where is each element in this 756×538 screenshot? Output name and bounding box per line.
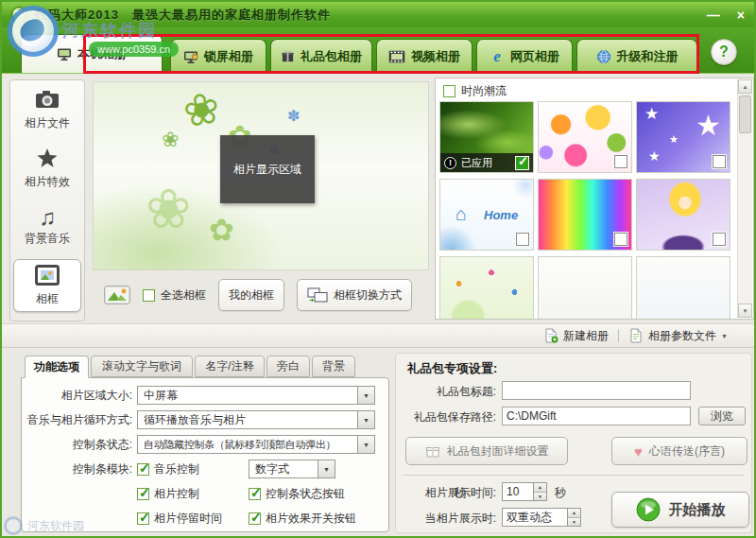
album-toolbar: 新建相册 相册参数文件 ▼: [2, 323, 754, 348]
star-effect-icon: [36, 148, 59, 171]
flower-decoration-icon: ❀: [146, 182, 192, 236]
tab-label: 网页相册: [510, 48, 559, 65]
category-checkbox[interactable]: [443, 85, 455, 97]
heart-message-button[interactable]: ♥ 心语传送(序言): [611, 437, 747, 465]
thumbnail-home-sketch[interactable]: ⌂ Home: [439, 179, 534, 251]
minimize-button[interactable]: —: [707, 9, 720, 22]
sidebar-item-label: 背景音乐: [25, 231, 70, 247]
tab-background[interactable]: 背景: [312, 356, 355, 377]
gift-path-input[interactable]: [502, 407, 691, 425]
thumbnail-stars[interactable]: [636, 101, 730, 173]
category-label: 时尚潮流: [461, 83, 507, 99]
select-all-frames-checkbox[interactable]: [143, 289, 155, 302]
gift-settings-panel: 礼品包专项设置: 礼品包标题: 礼品包保存路径: 浏览 礼品包封面详细设置 ♥ …: [395, 353, 752, 533]
star-icon: [648, 149, 661, 163]
thumbnail-green-leaves[interactable]: 已应用: [439, 101, 534, 173]
gift-title-input[interactable]: [502, 381, 691, 400]
sidebar-item-photo-effects[interactable]: 相片特效: [10, 139, 84, 198]
tab-narration[interactable]: 旁白: [266, 356, 310, 377]
tab-lockscreen-album[interactable]: 锁屏相册: [170, 39, 266, 73]
music-note-icon: ♫: [39, 207, 56, 228]
control-bar-state-button-checkbox[interactable]: [249, 488, 261, 500]
window-title: 数码大师2013 最强大最易用的家庭相册制作软件: [35, 7, 331, 24]
tab-web-album[interactable]: 网页相册: [476, 39, 573, 73]
music-control-checkbox[interactable]: [137, 463, 149, 476]
my-frames-button[interactable]: 我的相框: [218, 279, 284, 311]
thumbnail-rainbow-stripes[interactable]: [538, 179, 632, 251]
gift-cover-settings-button[interactable]: 礼品包封面详细设置: [405, 437, 568, 465]
thumbnail-checkbox[interactable]: [614, 155, 627, 168]
photo-control-checkbox[interactable]: [137, 488, 149, 500]
thumbnail-girl[interactable]: [636, 179, 730, 251]
gift-title-label: 礼品包标题:: [396, 384, 496, 400]
sidebar-item-photo-files[interactable]: 相片文件: [10, 80, 84, 139]
thumbnail-checkbox[interactable]: [614, 233, 627, 246]
thumbnail-checkbox[interactable]: [713, 233, 726, 246]
thumbnail-light-blue[interactable]: [636, 256, 730, 320]
close-button[interactable]: ×: [737, 9, 745, 22]
frame-icon: [35, 265, 60, 288]
scrollbar-thumb[interactable]: [739, 95, 751, 133]
photo-effect-switch-checkbox[interactable]: [249, 512, 261, 525]
frame-switch-mode-button[interactable]: 相框切换方式: [297, 279, 412, 311]
sidebar-item-label: 相片文件: [25, 115, 70, 131]
tab-label: 升级和注册: [617, 48, 679, 65]
select-all-frames-label: 全选相框: [161, 287, 206, 304]
web-e-icon: [490, 49, 505, 64]
seconds-label: 秒: [555, 485, 566, 501]
heart-icon: ♥: [634, 444, 643, 459]
photo-stay-time-checkbox[interactable]: [137, 512, 149, 525]
help-button[interactable]: ?: [711, 39, 737, 65]
film-icon: [388, 50, 405, 63]
album-params-button[interactable]: 相册参数文件 ▼: [628, 328, 728, 344]
digital-style-select[interactable]: 数字式: [249, 460, 335, 478]
applied-checkbox[interactable]: [515, 156, 529, 170]
thumbnail-light[interactable]: [538, 256, 632, 320]
chevron-down-icon: ▼: [721, 333, 728, 339]
tab-label: 本机相册: [77, 45, 127, 62]
music-photo-loop-select[interactable]: 循环播放音乐与相片: [137, 410, 375, 429]
tab-scrolling-text-lyrics[interactable]: 滚动文字与歌词: [91, 356, 193, 377]
star-icon: [669, 134, 679, 145]
titlebar: 数码大师2013 最强大最易用的家庭相册制作软件 — ×: [2, 2, 754, 27]
display-mode-spinner[interactable]: 双重动态: [502, 508, 581, 527]
thumbnail-color-bokeh[interactable]: [538, 101, 632, 173]
image-icon: [104, 286, 130, 304]
frames-gallery-panel: 时尚潮流 已应用 ⌂ Home: [435, 78, 754, 320]
toolbar-divider: [618, 329, 619, 342]
tab-label: 视频相册: [411, 48, 460, 65]
start-playback-button[interactable]: 开始播放: [611, 492, 749, 528]
home-label: Home: [484, 208, 518, 222]
applied-badge: 已应用: [440, 153, 533, 172]
spin-down-icon[interactable]: [568, 517, 580, 527]
tab-name-annotation[interactable]: 名字/注释: [195, 356, 265, 377]
flower-decoration-icon: ✿: [209, 215, 234, 245]
thumbnail-checkbox[interactable]: [516, 233, 529, 246]
tab-video-album[interactable]: 视频相册: [376, 39, 472, 73]
thumbnail-checkbox[interactable]: [713, 155, 726, 168]
photo-area-size-select[interactable]: 中屏幕: [137, 386, 375, 405]
spinner-arrows[interactable]: [567, 509, 580, 526]
tab-upgrade-register[interactable]: 升级和注册: [576, 39, 697, 73]
app-logo-icon: [11, 7, 27, 23]
tab-function-options[interactable]: 功能选项: [25, 356, 89, 378]
scroll-down-icon[interactable]: [738, 304, 752, 318]
gift-settings-header: 礼品包专项设置:: [407, 360, 497, 377]
tab-giftpack-album[interactable]: 礼品包相册: [270, 39, 372, 73]
spin-up-icon[interactable]: [568, 509, 580, 517]
gift-icon: [281, 49, 295, 63]
gift-box-icon: [425, 443, 440, 459]
function-options-panel: 相片区域大小: 中屏幕 音乐与相片循环方式: 循环播放音乐与相片 控制条状态: …: [21, 377, 389, 532]
control-bar-state-select[interactable]: 自动隐藏控制条（鼠标移到顶部自动弹出）: [137, 435, 375, 454]
frames-scrollbar[interactable]: [737, 79, 752, 318]
thumbnail-green-dots[interactable]: [439, 256, 534, 320]
sidebar: 相片文件 相片特效 ♫ 背景音乐 相框: [9, 79, 85, 321]
browse-button[interactable]: 浏览: [698, 407, 746, 425]
sidebar-item-background-music[interactable]: ♫ 背景音乐: [10, 198, 84, 256]
scroll-up-icon[interactable]: [738, 79, 752, 94]
tab-local-album[interactable]: 本机相册: [21, 34, 163, 73]
sidebar-item-frames[interactable]: 相框: [13, 259, 81, 312]
alert-icon: [444, 157, 456, 169]
new-album-button[interactable]: 新建相册: [543, 328, 609, 344]
photo-area-size-label: 相片区域大小:: [22, 388, 137, 404]
